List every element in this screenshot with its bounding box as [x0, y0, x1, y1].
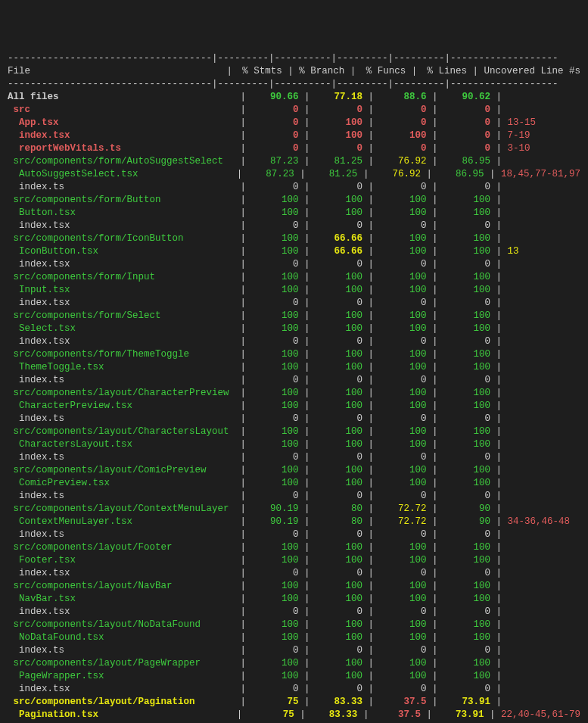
- lines-pct: 100: [443, 619, 490, 631]
- stmts-pct: 100: [252, 554, 299, 567]
- file-name: src/components/layout/PageWrapper: [8, 657, 235, 670]
- coverage-row: src/components/form/AutoSuggestSelect | …: [8, 155, 580, 168]
- stmts-pct: 100: [252, 207, 299, 220]
- coverage-row: src/components/layout/Footer | 100 | 100…: [8, 541, 580, 554]
- funcs-pct: 0: [380, 606, 427, 619]
- branch-pct: 100: [316, 619, 362, 631]
- branch-pct: 100: [316, 129, 362, 142]
- lines-pct: 86.95: [443, 155, 490, 168]
- lines-pct: 0: [443, 606, 490, 619]
- coverage-row: src/components/layout/CharactersLayout |…: [8, 425, 580, 438]
- file-name: NavBar.tsx: [8, 593, 235, 606]
- lines-pct: 100: [443, 271, 490, 284]
- file-name: index.ts: [8, 181, 235, 194]
- stmts-pct: 100: [252, 310, 299, 323]
- funcs-pct: 100: [380, 361, 427, 374]
- branch-pct: 81.25: [311, 168, 357, 181]
- funcs-pct: 100: [380, 438, 427, 451]
- file-name: index.ts: [8, 451, 235, 464]
- uncovered-lines: 34-36,46-48: [508, 516, 571, 528]
- file-name: index.tsx: [8, 683, 235, 696]
- branch-pct: 100: [316, 271, 362, 284]
- coverage-row: src/components/form/IconButton | 100 | 6…: [8, 232, 580, 245]
- branch-pct: 100: [316, 284, 362, 297]
- branch-pct: 0: [316, 297, 362, 310]
- lines-pct: 90: [443, 516, 490, 528]
- file-name: Footer.tsx: [8, 554, 235, 567]
- lines-pct: 0: [443, 297, 490, 310]
- funcs-pct: 100: [380, 425, 427, 438]
- branch-pct: 100: [316, 117, 362, 129]
- file-name: PageWrapper.tsx: [8, 670, 235, 683]
- branch-pct: 100: [316, 464, 362, 477]
- funcs-pct: 100: [380, 129, 427, 142]
- branch-pct: 100: [316, 631, 362, 644]
- file-name: index.ts: [8, 644, 235, 657]
- funcs-pct: 100: [380, 619, 427, 631]
- branch-pct: 0: [316, 413, 362, 425]
- coverage-row: index.ts | 0 | 0 | 0 | 0 |: [8, 528, 580, 541]
- funcs-pct: 100: [380, 323, 427, 335]
- funcs-pct: 0: [380, 490, 427, 503]
- stmts-pct: 100: [252, 348, 299, 361]
- stmts-pct: 100: [252, 387, 299, 400]
- branch-pct: 100: [316, 323, 362, 335]
- file-name: index.ts: [8, 413, 235, 425]
- branch-pct: 0: [316, 606, 362, 619]
- coverage-row: src/components/layout/NoDataFound | 100 …: [8, 619, 580, 631]
- branch-pct: 100: [316, 541, 362, 554]
- coverage-row: index.tsx | 0 | 0 | 0 | 0 |: [8, 220, 580, 232]
- lines-pct: 100: [443, 310, 490, 323]
- funcs-pct: 100: [380, 284, 427, 297]
- lines-pct: 73.91: [443, 696, 490, 709]
- funcs-pct: 100: [380, 245, 427, 258]
- lines-pct: 90.62: [443, 91, 490, 104]
- lines-pct: 100: [443, 245, 490, 258]
- stmts-pct: 75: [252, 696, 299, 709]
- coverage-row: src/components/layout/ContextMenuLayer |…: [8, 503, 580, 516]
- stmts-pct: 0: [252, 528, 299, 541]
- funcs-pct: 0: [380, 528, 427, 541]
- branch-pct: 0: [316, 490, 362, 503]
- file-name: src: [8, 104, 235, 117]
- coverage-row: Footer.tsx | 100 | 100 | 100 | 100 |: [8, 554, 580, 567]
- lines-pct: 0: [443, 374, 490, 387]
- lines-pct: 100: [443, 631, 490, 644]
- coverage-row: Select.tsx | 100 | 100 | 100 | 100 |: [8, 323, 580, 335]
- file-name: src/components/form/Select: [8, 310, 235, 323]
- file-name: src/components/form/Input: [8, 271, 235, 284]
- stmts-pct: 0: [252, 490, 299, 503]
- file-name: index.tsx: [8, 258, 235, 271]
- branch-pct: 0: [316, 104, 362, 117]
- lines-pct: 0: [443, 129, 490, 142]
- file-name: index.tsx: [8, 567, 235, 580]
- funcs-pct: 0: [380, 104, 427, 117]
- file-name: All files: [8, 91, 235, 104]
- header-stmts: % Stmts: [238, 65, 282, 78]
- lines-pct: 0: [443, 490, 490, 503]
- funcs-pct: 100: [380, 541, 427, 554]
- branch-pct: 100: [316, 400, 362, 413]
- branch-pct: 100: [316, 593, 362, 606]
- header-funcs: % Funcs: [362, 65, 406, 78]
- branch-pct: 77.18: [316, 91, 362, 104]
- branch-pct: 0: [316, 567, 362, 580]
- coverage-row: Input.tsx | 100 | 100 | 100 | 100 |: [8, 284, 580, 297]
- branch-pct: 80: [316, 503, 362, 516]
- lines-pct: 0: [443, 181, 490, 194]
- funcs-pct: 0: [380, 413, 427, 425]
- lines-pct: 0: [443, 220, 490, 232]
- lines-pct: 90: [443, 503, 490, 516]
- branch-pct: 0: [316, 258, 362, 271]
- lines-pct: 100: [443, 232, 490, 245]
- branch-pct: 66.66: [316, 245, 362, 258]
- funcs-pct: 0: [380, 451, 427, 464]
- lines-pct: 100: [443, 670, 490, 683]
- lines-pct: 100: [443, 348, 490, 361]
- file-name: Select.tsx: [8, 323, 235, 335]
- branch-pct: 66.66: [316, 232, 362, 245]
- coverage-row: index.ts | 0 | 0 | 0 | 0 |: [8, 490, 580, 503]
- stmts-pct: 100: [252, 593, 299, 606]
- branch-pct: 100: [316, 348, 362, 361]
- funcs-pct: 0: [380, 683, 427, 696]
